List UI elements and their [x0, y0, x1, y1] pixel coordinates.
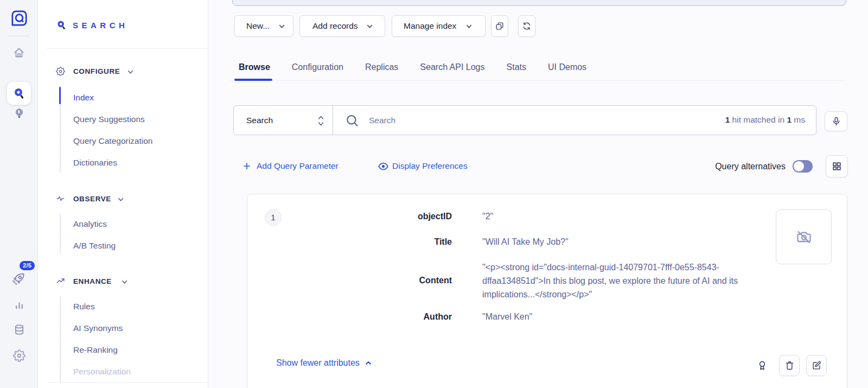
refresh-button[interactable]	[518, 15, 535, 37]
search-input-area: 1 hit matched in 1 ms	[333, 106, 816, 135]
chevron-up-icon	[365, 359, 372, 367]
scope-label: Search	[246, 116, 273, 125]
field-value-author: "Marvel Ken"	[482, 311, 532, 322]
new-button[interactable]: New...	[234, 15, 293, 37]
main-content: New... Add records Manage index	[208, 0, 868, 388]
tab-stats[interactable]: Stats	[507, 62, 526, 73]
hits-time: 1	[787, 115, 792, 124]
search-product-icon	[56, 20, 67, 30]
rocket-icon	[11, 270, 27, 286]
chevron-down-icon[interactable]	[120, 278, 129, 286]
record-card: 1 objectID "2" Title "Will AI Take My Jo…	[247, 194, 847, 388]
image-off-icon	[795, 228, 813, 246]
sidebar-item-analytics[interactable]: Analytics	[73, 219, 107, 230]
add-records-button[interactable]: Add records	[299, 15, 385, 37]
sidebar-item-re-ranking[interactable]: Re-Ranking	[73, 345, 118, 355]
rail-recommend-button[interactable]	[13, 107, 25, 119]
eye-icon	[378, 161, 389, 172]
rail-search-button[interactable]	[7, 82, 31, 105]
sidebar-item-index[interactable]: Index	[73, 92, 94, 103]
rail-data-button[interactable]	[13, 323, 25, 336]
hits-unit: ms	[792, 115, 805, 124]
app-rail: 2/5	[0, 0, 38, 388]
home-icon	[12, 46, 25, 59]
sidebar-item-ab-testing[interactable]: A/B Testing	[73, 240, 116, 251]
field-value-objectid: "2"	[482, 211, 493, 222]
copy-icon	[495, 21, 505, 31]
rail-upgrade-button[interactable]	[11, 270, 27, 286]
field-label-author: Author	[247, 311, 452, 322]
active-tab-indicator	[234, 79, 272, 81]
query-alternatives-label: Query alternatives	[715, 161, 786, 172]
voice-search-button[interactable]	[825, 111, 847, 131]
tab-replicas[interactable]: Replicas	[365, 62, 398, 73]
edit-icon	[812, 360, 822, 371]
section-enhance[interactable]: ENHANCE	[73, 277, 112, 285]
search-icon	[345, 113, 360, 128]
hits-text: hit matched in	[730, 115, 787, 124]
tab-browse[interactable]: Browse	[239, 62, 270, 73]
display-preferences-link[interactable]: Display Preferences	[392, 161, 468, 171]
field-value-title: "Will AI Take My Job?"	[482, 237, 569, 247]
divider	[8, 36, 30, 36]
section-observe[interactable]: OBSERVE	[73, 195, 111, 203]
sidebar-title: SEARCH	[73, 21, 128, 30]
database-icon	[13, 323, 25, 336]
section-configure[interactable]: CONFIGURE	[73, 67, 120, 75]
chevron-down-icon	[278, 22, 286, 30]
search-scope-selector[interactable]: Search	[234, 106, 333, 135]
new-button-label: New...	[246, 21, 270, 31]
rail-settings-button[interactable]	[13, 349, 25, 362]
algolia-logo-icon[interactable]	[9, 8, 29, 28]
show-fewer-attributes-link[interactable]: Show fewer attributes	[276, 358, 372, 368]
plus-icon	[242, 161, 252, 171]
manage-index-label: Manage index	[404, 21, 456, 31]
lightbulb-icon	[13, 107, 25, 119]
award-icon	[756, 360, 768, 372]
chevron-down-icon[interactable]	[126, 68, 135, 76]
sidebar-item-dictionaries[interactable]: Dictionaries	[73, 157, 117, 168]
promote-record-button[interactable]	[756, 360, 768, 372]
enhance-trend-icon	[56, 276, 65, 285]
show-fewer-label: Show fewer attributes	[276, 358, 360, 368]
image-placeholder	[776, 209, 832, 264]
chevron-down-icon[interactable]	[117, 195, 125, 203]
field-label-content: Content	[247, 275, 452, 286]
copy-button[interactable]	[491, 15, 508, 37]
usage-badge: 2/5	[20, 261, 35, 270]
chevron-down-icon	[465, 22, 473, 30]
sidebar-item-rules[interactable]: Rules	[73, 301, 95, 312]
sidebar-item-query-categorization[interactable]: Query Categorization	[73, 136, 152, 147]
spinner-chevrons-icon	[317, 114, 325, 128]
field-label-objectid: objectID	[247, 211, 452, 222]
display-mode-button[interactable]	[826, 155, 848, 177]
rail-analytics-button[interactable]	[13, 299, 25, 311]
sidebar-item-query-suggestions[interactable]: Query Suggestions	[73, 114, 145, 125]
microphone-icon	[831, 116, 841, 126]
gear-icon	[13, 349, 25, 362]
field-value-content: "<p><strong id="docs-internal-guid-14079…	[482, 260, 760, 301]
query-alternatives-toggle[interactable]	[793, 160, 813, 173]
rail-home-button[interactable]	[12, 46, 25, 59]
observe-pulse-icon	[56, 194, 65, 203]
divider	[47, 48, 208, 49]
index-selector-partial[interactable]	[232, 0, 846, 6]
algolia-dashboard: 2/5 SEARCH	[0, 0, 868, 388]
edit-record-button[interactable]	[806, 355, 827, 376]
search-bar: Search 1 hit matched in 1 ms	[233, 105, 816, 135]
sidebar-item-ai-synonyms[interactable]: AI Synonyms	[73, 323, 123, 334]
tab-search-api-logs[interactable]: Search API Logs	[420, 62, 484, 73]
chevron-down-icon	[366, 22, 374, 30]
sidebar-item-personalization[interactable]: Personalization	[73, 366, 131, 377]
hits-count: 1	[725, 115, 730, 124]
search-input[interactable]	[369, 106, 651, 135]
tab-configuration[interactable]: Configuration	[292, 62, 343, 73]
tab-ui-demos[interactable]: UI Demos	[548, 62, 586, 73]
add-query-parameter-link[interactable]: Add Query Parameter	[257, 161, 339, 171]
delete-record-button[interactable]	[779, 355, 800, 376]
sidebar: SEARCH CONFIGURE Index Query Suggestions…	[38, 0, 208, 388]
manage-index-button[interactable]: Manage index	[392, 15, 486, 37]
configure-gear-icon	[56, 67, 65, 76]
toggle-knob	[794, 161, 804, 171]
bar-chart-icon	[13, 299, 25, 311]
